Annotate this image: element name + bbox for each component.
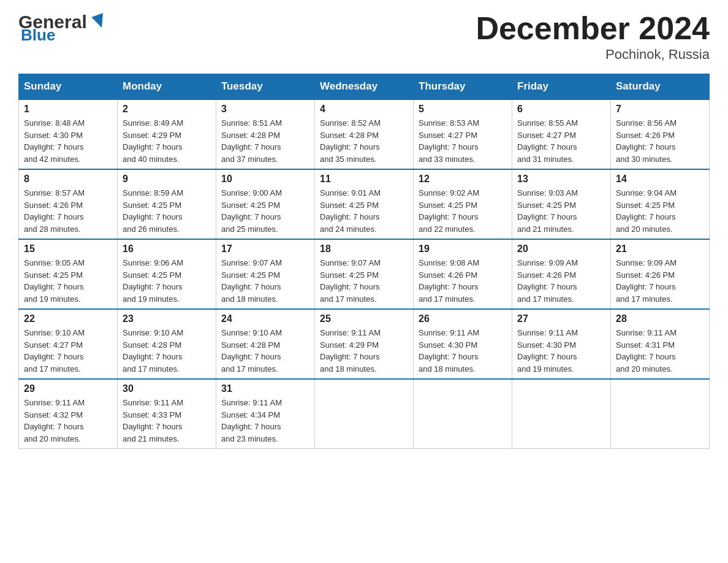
calendar-title: December 2024 bbox=[476, 12, 710, 44]
column-header-friday: Friday bbox=[512, 74, 611, 100]
day-number: 26 bbox=[419, 313, 507, 324]
column-header-thursday: Thursday bbox=[414, 74, 512, 100]
day-info: Sunrise: 8:59 AMSunset: 4:25 PMDaylight:… bbox=[123, 187, 211, 235]
calendar-cell: 10Sunrise: 9:00 AMSunset: 4:25 PMDayligh… bbox=[216, 169, 315, 239]
calendar-cell: 31Sunrise: 9:11 AMSunset: 4:34 PMDayligh… bbox=[216, 379, 315, 449]
day-number: 27 bbox=[517, 313, 605, 324]
calendar-cell: 2Sunrise: 8:49 AMSunset: 4:29 PMDaylight… bbox=[118, 99, 216, 169]
day-number: 2 bbox=[123, 104, 211, 115]
calendar-cell: 3Sunrise: 8:51 AMSunset: 4:28 PMDaylight… bbox=[216, 99, 315, 169]
title-block: December 2024 Pochinok, Russia bbox=[476, 12, 710, 63]
day-number: 29 bbox=[24, 383, 112, 394]
calendar-cell: 26Sunrise: 9:11 AMSunset: 4:30 PMDayligh… bbox=[414, 309, 512, 379]
calendar-cell bbox=[512, 379, 611, 449]
calendar-cell: 12Sunrise: 9:02 AMSunset: 4:25 PMDayligh… bbox=[414, 169, 512, 239]
column-header-sunday: Sunday bbox=[19, 74, 118, 100]
day-info: Sunrise: 9:07 AMSunset: 4:25 PMDaylight:… bbox=[320, 257, 408, 305]
calendar-cell: 18Sunrise: 9:07 AMSunset: 4:25 PMDayligh… bbox=[315, 239, 414, 309]
day-number: 22 bbox=[24, 313, 112, 324]
calendar-week-row: 15Sunrise: 9:05 AMSunset: 4:25 PMDayligh… bbox=[19, 239, 710, 309]
day-info: Sunrise: 8:48 AMSunset: 4:30 PMDaylight:… bbox=[24, 117, 112, 165]
day-number: 5 bbox=[419, 104, 507, 115]
day-info: Sunrise: 9:10 AMSunset: 4:27 PMDaylight:… bbox=[24, 327, 112, 375]
calendar-cell: 14Sunrise: 9:04 AMSunset: 4:25 PMDayligh… bbox=[611, 169, 710, 239]
calendar-week-row: 22Sunrise: 9:10 AMSunset: 4:27 PMDayligh… bbox=[19, 309, 710, 379]
day-number: 20 bbox=[517, 243, 605, 255]
calendar-header-row: SundayMondayTuesdayWednesdayThursdayFrid… bbox=[19, 74, 710, 100]
page-header: General Blue December 2024 Pochinok, Rus… bbox=[18, 12, 710, 63]
location-subtitle: Pochinok, Russia bbox=[476, 47, 710, 63]
day-number: 28 bbox=[616, 313, 704, 324]
column-header-wednesday: Wednesday bbox=[315, 74, 414, 100]
day-info: Sunrise: 8:49 AMSunset: 4:29 PMDaylight:… bbox=[123, 117, 211, 165]
day-number: 12 bbox=[419, 174, 507, 185]
day-info: Sunrise: 9:08 AMSunset: 4:26 PMDaylight:… bbox=[419, 257, 507, 305]
calendar-cell: 13Sunrise: 9:03 AMSunset: 4:25 PMDayligh… bbox=[512, 169, 611, 239]
day-info: Sunrise: 9:09 AMSunset: 4:26 PMDaylight:… bbox=[616, 257, 704, 305]
day-info: Sunrise: 8:51 AMSunset: 4:28 PMDaylight:… bbox=[221, 117, 309, 165]
logo: General Blue bbox=[18, 12, 110, 43]
day-info: Sunrise: 8:57 AMSunset: 4:26 PMDaylight:… bbox=[24, 187, 112, 235]
day-info: Sunrise: 9:05 AMSunset: 4:25 PMDaylight:… bbox=[24, 257, 112, 305]
day-info: Sunrise: 8:55 AMSunset: 4:27 PMDaylight:… bbox=[517, 117, 605, 165]
calendar-cell: 16Sunrise: 9:06 AMSunset: 4:25 PMDayligh… bbox=[118, 239, 216, 309]
day-info: Sunrise: 9:01 AMSunset: 4:25 PMDaylight:… bbox=[320, 187, 408, 235]
day-number: 21 bbox=[616, 243, 704, 255]
day-number: 16 bbox=[123, 243, 211, 255]
day-number: 25 bbox=[320, 313, 408, 324]
calendar-cell: 5Sunrise: 8:53 AMSunset: 4:27 PMDaylight… bbox=[414, 99, 512, 169]
calendar-cell: 15Sunrise: 9:05 AMSunset: 4:25 PMDayligh… bbox=[19, 239, 118, 309]
day-info: Sunrise: 9:11 AMSunset: 4:32 PMDaylight:… bbox=[24, 397, 112, 445]
logo-blue-text: Blue bbox=[21, 27, 55, 43]
day-info: Sunrise: 9:11 AMSunset: 4:30 PMDaylight:… bbox=[419, 327, 507, 375]
calendar-cell: 4Sunrise: 8:52 AMSunset: 4:28 PMDaylight… bbox=[315, 99, 414, 169]
day-info: Sunrise: 9:03 AMSunset: 4:25 PMDaylight:… bbox=[517, 187, 605, 235]
calendar-cell: 20Sunrise: 9:09 AMSunset: 4:26 PMDayligh… bbox=[512, 239, 611, 309]
calendar-cell: 8Sunrise: 8:57 AMSunset: 4:26 PMDaylight… bbox=[19, 169, 118, 239]
calendar-cell: 7Sunrise: 8:56 AMSunset: 4:26 PMDaylight… bbox=[611, 99, 710, 169]
calendar-cell: 6Sunrise: 8:55 AMSunset: 4:27 PMDaylight… bbox=[512, 99, 611, 169]
calendar-cell: 9Sunrise: 8:59 AMSunset: 4:25 PMDaylight… bbox=[118, 169, 216, 239]
calendar-cell bbox=[315, 379, 414, 449]
calendar-week-row: 8Sunrise: 8:57 AMSunset: 4:26 PMDaylight… bbox=[19, 169, 710, 239]
day-number: 24 bbox=[221, 313, 309, 324]
day-number: 13 bbox=[517, 174, 605, 185]
calendar-cell bbox=[414, 379, 512, 449]
day-info: Sunrise: 9:07 AMSunset: 4:25 PMDaylight:… bbox=[221, 257, 309, 305]
day-info: Sunrise: 9:11 AMSunset: 4:31 PMDaylight:… bbox=[616, 327, 704, 375]
calendar-cell: 23Sunrise: 9:10 AMSunset: 4:28 PMDayligh… bbox=[118, 309, 216, 379]
day-number: 30 bbox=[123, 383, 211, 394]
column-header-tuesday: Tuesday bbox=[216, 74, 315, 100]
calendar-cell: 21Sunrise: 9:09 AMSunset: 4:26 PMDayligh… bbox=[611, 239, 710, 309]
day-info: Sunrise: 9:10 AMSunset: 4:28 PMDaylight:… bbox=[221, 327, 309, 375]
calendar-cell: 30Sunrise: 9:11 AMSunset: 4:33 PMDayligh… bbox=[118, 379, 216, 449]
calendar-cell: 11Sunrise: 9:01 AMSunset: 4:25 PMDayligh… bbox=[315, 169, 414, 239]
day-info: Sunrise: 8:53 AMSunset: 4:27 PMDaylight:… bbox=[419, 117, 507, 165]
day-number: 7 bbox=[616, 104, 704, 115]
day-number: 19 bbox=[419, 243, 507, 255]
day-info: Sunrise: 9:04 AMSunset: 4:25 PMDaylight:… bbox=[616, 187, 704, 235]
day-info: Sunrise: 9:10 AMSunset: 4:28 PMDaylight:… bbox=[123, 327, 211, 375]
day-number: 4 bbox=[320, 104, 408, 115]
day-number: 3 bbox=[221, 104, 309, 115]
day-number: 6 bbox=[517, 104, 605, 115]
calendar-cell: 24Sunrise: 9:10 AMSunset: 4:28 PMDayligh… bbox=[216, 309, 315, 379]
day-info: Sunrise: 9:00 AMSunset: 4:25 PMDaylight:… bbox=[221, 187, 309, 235]
day-info: Sunrise: 8:52 AMSunset: 4:28 PMDaylight:… bbox=[320, 117, 408, 165]
calendar-week-row: 29Sunrise: 9:11 AMSunset: 4:32 PMDayligh… bbox=[19, 379, 710, 449]
column-header-saturday: Saturday bbox=[611, 74, 710, 100]
day-number: 15 bbox=[24, 243, 112, 255]
day-info: Sunrise: 9:02 AMSunset: 4:25 PMDaylight:… bbox=[419, 187, 507, 235]
day-info: Sunrise: 9:11 AMSunset: 4:30 PMDaylight:… bbox=[517, 327, 605, 375]
calendar-cell: 29Sunrise: 9:11 AMSunset: 4:32 PMDayligh… bbox=[19, 379, 118, 449]
column-header-monday: Monday bbox=[118, 74, 216, 100]
calendar-cell: 22Sunrise: 9:10 AMSunset: 4:27 PMDayligh… bbox=[19, 309, 118, 379]
day-number: 1 bbox=[24, 104, 112, 115]
logo-triangle-icon bbox=[88, 10, 110, 32]
day-info: Sunrise: 9:11 AMSunset: 4:33 PMDaylight:… bbox=[123, 397, 211, 445]
day-number: 18 bbox=[320, 243, 408, 255]
calendar-cell: 17Sunrise: 9:07 AMSunset: 4:25 PMDayligh… bbox=[216, 239, 315, 309]
day-number: 31 bbox=[221, 383, 309, 394]
day-number: 23 bbox=[123, 313, 211, 324]
calendar-cell bbox=[611, 379, 710, 449]
